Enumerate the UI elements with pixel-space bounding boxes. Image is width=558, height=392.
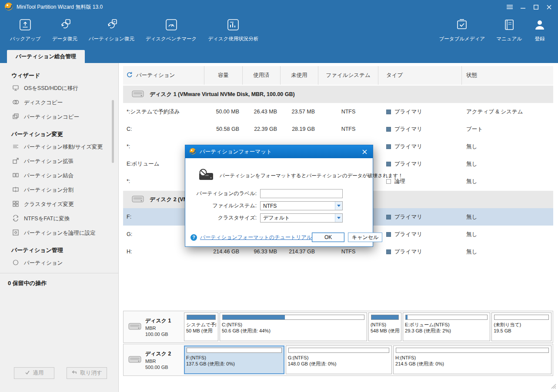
disk2-card[interactable]: ディスク 2 MBR 500.00 GB xyxy=(125,345,183,374)
format-warning-icon xyxy=(198,169,214,183)
data-recovery-button[interactable]: データ復元 xyxy=(47,17,83,43)
block-f-selected[interactable]: F:(NTFS) 137.5 GB (使用済: 0%) xyxy=(184,345,284,374)
sidebar-scrollbar-thumb[interactable] xyxy=(112,100,114,163)
manual-button[interactable]: マニュアル xyxy=(491,17,528,43)
help-icon[interactable]: ? xyxy=(190,234,197,241)
partition-recovery-label: パーティション復元 xyxy=(89,36,134,42)
ok-button[interactable]: OK xyxy=(312,233,344,242)
manual-icon xyxy=(503,18,516,33)
disk-usage-analysis-button[interactable]: ディスク使用状況分析 xyxy=(202,17,264,43)
set-logical-icon xyxy=(12,229,19,237)
data-recovery-label: データ復元 xyxy=(52,36,77,42)
block-ntfs-small[interactable]: (NTFS) 548 MB (使用 xyxy=(368,312,401,341)
register-label: 登録 xyxy=(535,36,545,42)
block-system-reserved[interactable]: システムで予約 50 MB (使用 xyxy=(184,312,218,341)
usage-bar xyxy=(187,315,216,320)
backup-label: バックアップ xyxy=(10,36,41,42)
usage-bar xyxy=(222,315,364,320)
dialog-body: パーティションをフォーマットするとパーティションのデータが破壊されます！ パーテ… xyxy=(185,158,373,247)
menu-icon[interactable] xyxy=(503,1,516,13)
block-g[interactable]: G:(NTFS) 148.0 GB (使用済: 0%) xyxy=(286,345,392,374)
section-title-partition-change: パーティション変更 xyxy=(0,129,118,140)
filesystem-value: NTFS xyxy=(261,203,335,209)
sidebar-item-label: ディスクコピー xyxy=(24,99,63,106)
sidebar-item-label: パーティション分割 xyxy=(24,186,74,194)
maximize-button[interactable] xyxy=(529,1,542,13)
tutorial-link[interactable]: パーティションフォーマットのチュートリアル xyxy=(200,234,312,241)
table-row-c[interactable]: C: 50.58 GB 22.39 GB 28.19 GB NTFS プライマリ… xyxy=(123,120,553,138)
backup-button[interactable]: バックアップ xyxy=(4,17,47,43)
partition-label-input[interactable] xyxy=(260,189,343,198)
block-h[interactable]: H:(NTFS) 214.5 GB (使用済: 0%) xyxy=(393,345,551,374)
apply-button[interactable]: 適用 xyxy=(14,367,54,379)
type-label: プライマリ xyxy=(394,108,422,116)
bootable-media-icon xyxy=(455,18,468,33)
bootable-media-label: ブータブルメディア xyxy=(439,36,485,42)
register-button[interactable]: 登録 xyxy=(528,17,552,43)
usage-bar xyxy=(396,348,549,353)
sidebar-item-label: パーティションを論理に設定 xyxy=(24,229,96,237)
bootable-media-button[interactable]: ブータブルメディア xyxy=(433,17,491,43)
convert-ntfs-fat-icon xyxy=(12,215,19,223)
partition-recovery-button[interactable]: パーティション復元 xyxy=(83,17,140,43)
sidebar-item-set-logical[interactable]: パーティションを論理に設定 xyxy=(0,226,118,240)
section-title-wizard: ウィザード xyxy=(0,70,118,81)
usage-bar xyxy=(288,348,389,353)
sidebar-item-ntfs-to-fat[interactable]: NTFSをFATに変換 xyxy=(0,212,118,226)
disk1-card[interactable]: ディスク 1 MBR 100.00 GB xyxy=(125,312,183,341)
disk2-style: MBR xyxy=(145,359,171,364)
usage-bar xyxy=(405,315,488,320)
sidebar-item-migrate-os[interactable]: OSをSSD/HDDに移行 xyxy=(0,81,118,96)
type-label: プライマリ xyxy=(394,213,422,221)
tab-strip: パーティション総合管理 xyxy=(0,51,558,63)
primary-type-icon xyxy=(386,144,391,149)
undo-button[interactable]: 取り消す xyxy=(67,367,107,379)
refresh-icon[interactable] xyxy=(127,72,133,79)
sidebar-item-split[interactable]: パーティション分割 xyxy=(0,183,118,197)
tab-partition-management[interactable]: パーティション総合管理 xyxy=(7,50,85,63)
dialog-close-icon[interactable] xyxy=(358,146,371,157)
dialog-title-bar: パーティションフォーマット xyxy=(185,145,373,158)
resize-grip[interactable] xyxy=(551,384,556,390)
apply-label: 適用 xyxy=(33,369,44,377)
disk1-header-label: ディスク 1 (VMware Virtual NVMe Disk, MBR, 1… xyxy=(150,91,295,98)
disk1-header-row[interactable]: ディスク 1 (VMware Virtual NVMe Disk, MBR, 1… xyxy=(123,86,553,103)
col-partition: パーティション xyxy=(136,72,175,79)
close-button[interactable] xyxy=(542,1,555,13)
sidebar-item-label: OSをSSD/HDDに移行 xyxy=(24,85,78,92)
sidebar-item-merge[interactable]: パーティション結合 xyxy=(0,169,118,183)
disk-benchmark-button[interactable]: ディスクベンチマーク xyxy=(140,17,202,43)
sidebar-actions: 適用 取り消す xyxy=(14,367,107,379)
sidebar-item-cluster-size[interactable]: クラスタサイズ変更 xyxy=(0,197,118,212)
filesystem-select[interactable]: NTFS xyxy=(260,201,343,210)
minimize-button[interactable] xyxy=(516,1,529,13)
disk-icon xyxy=(132,89,144,100)
block-e-volume[interactable]: E:ボリューム(NTFS) 29.3 GB (使用済: 2%) xyxy=(403,312,490,341)
table-row-system-reserved[interactable]: *:システムで予約済み 50.00 MB 26.43 MB 23.57 MB N… xyxy=(123,103,553,120)
data-recovery-icon xyxy=(58,18,71,33)
merge-partition-icon xyxy=(12,172,19,180)
sidebar-item-move-resize[interactable]: パーティション移動/サイズ変更 xyxy=(0,140,118,154)
sidebar-item-partial[interactable]: パーティション xyxy=(0,256,118,270)
col-status: 状態 xyxy=(462,66,553,85)
dialog-warning-text: パーティションをフォーマットするとパーティションのデータが破壊されます！ xyxy=(220,173,403,179)
partition-label-label: パーティションのラベル: xyxy=(185,190,260,197)
block-c[interactable]: C:(NTFS) 50.6 GB (使用済: 44%) xyxy=(220,312,367,341)
primary-type-icon xyxy=(386,110,391,114)
block-unallocated[interactable]: (未割り当て) 19.5 GB xyxy=(491,312,551,341)
sidebar-item-extend[interactable]: パーティション拡張 xyxy=(0,154,118,169)
usage-bar xyxy=(371,315,399,320)
minitool-logo-icon xyxy=(189,148,196,156)
backup-icon xyxy=(19,18,32,33)
disk-icon xyxy=(128,321,141,333)
cluster-size-value: デフォルト xyxy=(261,214,335,222)
cancel-button[interactable]: キャンセル xyxy=(348,233,382,242)
sidebar-item-label: パーティション xyxy=(24,259,63,267)
split-partition-icon xyxy=(12,186,19,194)
type-label: プライマリ xyxy=(394,248,422,256)
sidebar-item-label: パーティション拡張 xyxy=(24,158,74,165)
disk1-name: ディスク 1 xyxy=(145,317,171,325)
cluster-size-select[interactable]: デフォルト xyxy=(260,213,343,223)
sidebar-item-disk-copy[interactable]: ディスクコピー xyxy=(0,96,118,110)
sidebar-item-partition-copy[interactable]: パーティションコピー xyxy=(0,110,118,124)
